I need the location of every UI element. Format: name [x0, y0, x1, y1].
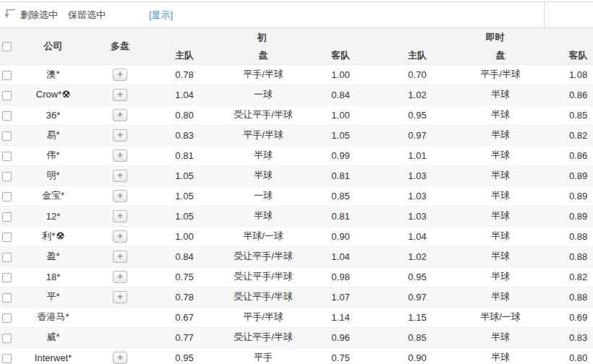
header-multi: 多盘	[90, 28, 150, 64]
multi-cell: +	[90, 287, 150, 307]
live-handicap-line: 半球	[461, 266, 540, 287]
show-link[interactable]: [显示]	[149, 9, 173, 22]
initial-home-odds: 0.67	[150, 307, 219, 327]
row-checkbox-cell	[0, 327, 16, 347]
table-row: 威* 0.77 受让平手/半球 0.96 0.85 半球 0.83	[0, 327, 593, 347]
company-name: 平*	[46, 291, 59, 302]
live-home-odds: 1.02	[374, 84, 461, 105]
company-cell: 澳*	[16, 64, 90, 84]
row-checkbox[interactable]	[2, 71, 12, 80]
initial-handicap-line: 受让平手/半球	[219, 287, 307, 307]
row-checkbox[interactable]	[2, 91, 12, 100]
initial-handicap-line: 半球/一球	[219, 226, 307, 246]
initial-home-odds: 0.78	[150, 64, 219, 84]
live-away-odds: 0.88	[540, 287, 593, 307]
live-handicap-line: 半球	[461, 105, 540, 125]
multi-cell: +	[90, 226, 150, 246]
row-checkbox-cell	[0, 226, 16, 246]
live-handicap-line: 半球	[461, 246, 540, 266]
row-checkbox[interactable]	[2, 233, 12, 242]
row-checkbox[interactable]	[2, 334, 12, 343]
expand-plus-button[interactable]: +	[113, 129, 127, 142]
live-home-odds: 1.03	[374, 206, 461, 226]
table-row: 明* + 1.05 半球 0.81 1.03 半球 0.89	[0, 165, 593, 186]
initial-handicap-line: 平手/半球	[219, 64, 307, 84]
expand-plus-button[interactable]: +	[113, 109, 127, 121]
live-away-odds: 0.89	[540, 186, 593, 206]
expand-plus-button[interactable]: +	[113, 170, 127, 182]
multi-cell: +	[90, 246, 150, 266]
row-checkbox[interactable]	[2, 253, 12, 262]
expand-plus-button[interactable]: +	[113, 69, 127, 81]
expand-plus-button[interactable]: +	[113, 89, 127, 101]
multi-cell: +	[90, 64, 150, 84]
row-checkbox[interactable]	[2, 111, 12, 121]
multi-cell	[90, 327, 150, 347]
live-away-odds: 0.88	[540, 226, 593, 246]
multi-cell: +	[90, 105, 150, 125]
expand-plus-button[interactable]: +	[113, 291, 127, 303]
row-checkbox[interactable]	[2, 192, 12, 202]
row-checkbox[interactable]	[2, 313, 12, 323]
row-checkbox[interactable]	[2, 273, 12, 282]
company-cell: 明*	[16, 165, 90, 186]
row-checkbox-cell	[0, 84, 16, 105]
table-row: 金宝* + 1.05 一球 0.85 1.03 半球 0.89	[0, 186, 593, 206]
table-row: 平* + 0.78 受让平手/半球 1.07 0.97 半球 0.88	[0, 287, 593, 307]
row-checkbox[interactable]	[2, 172, 12, 181]
initial-home-odds: 0.80	[150, 105, 219, 125]
initial-handicap-line: 平手	[219, 347, 307, 364]
initial-home-odds: 0.84	[150, 246, 219, 266]
expand-plus-button[interactable]: +	[113, 150, 127, 162]
live-home-odds: 0.97	[374, 287, 461, 307]
delete-selected-button[interactable]: 删除选中	[20, 9, 58, 22]
initial-handicap-line: 一球	[219, 186, 307, 206]
expand-plus-button[interactable]: +	[113, 251, 127, 263]
company-cell: 平*	[16, 287, 90, 307]
initial-home-odds: 0.77	[150, 327, 219, 347]
initial-home-odds: 1.04	[150, 84, 219, 105]
keep-selected-button[interactable]: 保留选中	[68, 9, 106, 22]
initial-home-odds: 1.00	[150, 226, 219, 246]
expand-plus-button[interactable]: +	[113, 352, 127, 364]
live-handicap-line: 半球	[461, 186, 540, 206]
row-checkbox[interactable]	[2, 131, 12, 141]
initial-handicap-line: 平手/半球	[219, 125, 307, 145]
row-checkbox-cell	[0, 165, 16, 186]
table-row: 盈* + 0.84 受让平手/半球 1.04 1.02 半球 0.88	[0, 246, 593, 266]
row-checkbox[interactable]	[2, 354, 12, 363]
company-name: 36*	[46, 110, 61, 121]
live-home-odds: 0.90	[374, 347, 461, 364]
expand-plus-button[interactable]: +	[113, 190, 127, 202]
company-name: 澳*	[46, 69, 59, 79]
company-cell: 盈*	[16, 246, 90, 266]
live-away-odds: 0.69	[540, 307, 593, 327]
company-cell: 利*	[16, 226, 90, 246]
initial-away-odds: 0.96	[307, 327, 374, 347]
initial-handicap-line: 受让平手/半球	[219, 105, 307, 125]
select-all-checkbox[interactable]	[2, 42, 12, 51]
initial-handicap-line: 受让平手/半球	[219, 266, 307, 287]
multi-cell: +	[90, 266, 150, 287]
expand-plus-button[interactable]: +	[113, 230, 127, 243]
live-away-odds: 0.89	[540, 165, 593, 186]
soccer-ball-icon	[56, 231, 64, 242]
initial-away-odds: 1.00	[307, 64, 374, 84]
soccer-ball-icon	[62, 90, 70, 100]
expand-plus-button[interactable]: +	[113, 271, 127, 283]
table-row: 伟* + 0.81 半球 0.99 1.01 半球 0.86	[0, 145, 593, 165]
row-checkbox[interactable]	[2, 212, 12, 222]
expand-plus-button[interactable]: +	[113, 210, 127, 222]
row-checkbox[interactable]	[2, 293, 12, 303]
header-initial-handicap: 盘	[219, 47, 307, 64]
initial-away-odds: 0.90	[307, 226, 374, 246]
company-name: 明*	[46, 170, 59, 181]
header-company: 公司	[16, 28, 90, 64]
multi-cell: +	[90, 165, 150, 186]
initial-away-odds: 0.99	[307, 145, 374, 165]
live-home-odds: 1.02	[374, 246, 461, 266]
row-checkbox[interactable]	[2, 152, 12, 161]
odds-table: 公司 多盘 初 即时 主队 盘 客队 主队 盘 客队 澳* + 0.78 平手/…	[0, 28, 593, 364]
live-away-odds: 0.86	[540, 145, 593, 165]
initial-handicap-line: 半球	[219, 165, 307, 186]
